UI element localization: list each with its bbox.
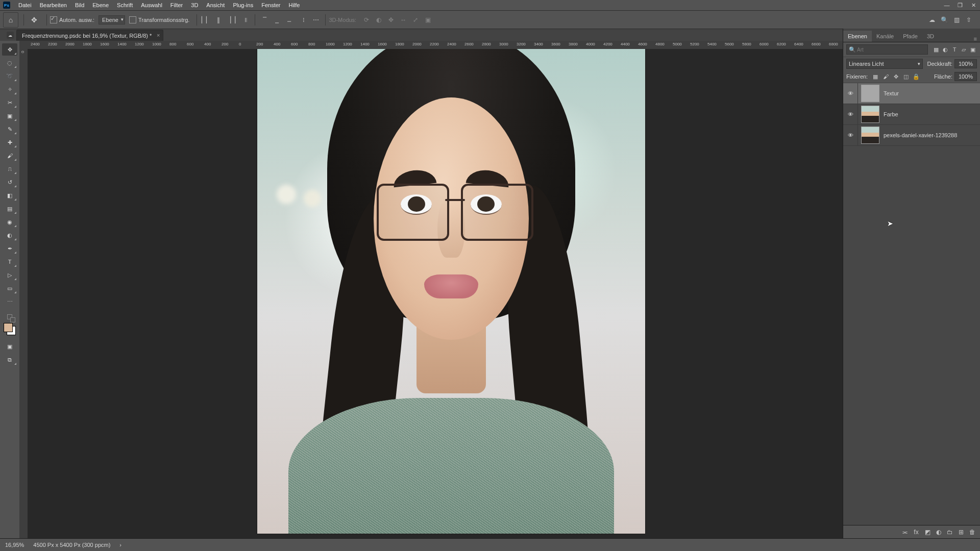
group-layers-icon[interactable]: 🗀 (945, 528, 954, 537)
layer-row[interactable]: 👁Farbe (843, 104, 980, 125)
window-close-button[interactable]: ✕ (967, 0, 980, 10)
transform-controls-checkbox[interactable] (129, 16, 136, 23)
lock-position-icon[interactable]: ✥ (891, 72, 900, 81)
magic-wand-tool[interactable]: ✧ (2, 83, 17, 95)
menu-hilfe[interactable]: Hilfe (284, 0, 304, 10)
edit-toolbar-tool[interactable]: ⋯ (2, 295, 17, 308)
menu-ansicht[interactable]: Ansicht (202, 0, 229, 10)
tab-close-icon[interactable]: × (157, 32, 160, 38)
more-align-icon[interactable]: ⋯ (311, 15, 321, 24)
tab-pfade[interactable]: Pfade (898, 31, 922, 42)
layer-name[interactable]: Textur (884, 90, 899, 96)
eyedropper-tool[interactable]: ✎ (2, 123, 17, 135)
layer-row[interactable]: 👁pexels-daniel-xavier-1239288 (843, 125, 980, 146)
crop-tool[interactable]: ✂ (2, 96, 17, 109)
path-select-tool[interactable]: ▷ (2, 269, 17, 281)
layer-thumbnail[interactable] (861, 127, 879, 144)
align-hcenter-icon[interactable]: ‖ (214, 15, 223, 24)
layer-visibility-icon[interactable]: 👁 (843, 104, 858, 124)
history-brush-tool[interactable]: ↺ (2, 176, 17, 188)
frame-tool[interactable]: ▣ (2, 110, 17, 122)
canvas-viewport[interactable] (28, 49, 843, 539)
menu-datei[interactable]: Datei (14, 0, 36, 10)
lock-all-icon[interactable]: 🔒 (912, 72, 921, 81)
layer-row[interactable]: 👁Textur (843, 83, 980, 104)
eraser-tool[interactable]: ◧ (2, 189, 17, 202)
layer-thumbnail[interactable] (861, 85, 879, 102)
tab-kanaele[interactable]: Kanäle (872, 31, 898, 42)
menu-fenster[interactable]: Fenster (257, 0, 284, 10)
menu-filter[interactable]: Filter (166, 0, 187, 10)
layer-thumbnail[interactable] (861, 106, 879, 123)
menu-bearbeiten[interactable]: Bearbeiten (36, 0, 71, 10)
lock-pixels-icon[interactable]: 🖌 (881, 72, 890, 81)
tab-ebenen[interactable]: Ebenen (843, 31, 872, 42)
align-bottom-icon[interactable]: ⎽ (284, 15, 293, 24)
filter-type-icon[interactable]: T (950, 45, 959, 54)
type-tool[interactable]: T (2, 256, 17, 268)
foreground-color-swatch[interactable] (4, 323, 13, 332)
adjustment-layer-icon[interactable]: ◐ (934, 528, 943, 537)
shape-tool[interactable]: ▭ (2, 282, 17, 294)
opacity-input[interactable]: 100% (954, 59, 977, 68)
move-tool-presets-icon[interactable]: ✥ (27, 13, 41, 27)
menu-auswahl[interactable]: Auswahl (137, 0, 166, 10)
default-colors-icon[interactable] (7, 314, 13, 320)
auto-select-checkbox[interactable] (50, 16, 57, 23)
screen-mode-tool[interactable]: ⧉ (2, 354, 17, 366)
menu-ebene[interactable]: Ebene (88, 0, 113, 10)
move-tool[interactable]: ✥ (2, 43, 17, 56)
zoom-level[interactable]: 16,95% (5, 542, 24, 548)
clone-stamp-tool[interactable]: ⎍ (2, 163, 17, 175)
filter-pixel-icon[interactable]: ▦ (932, 45, 940, 54)
lasso-tool[interactable]: ➰ (2, 70, 17, 82)
distribute-v-icon[interactable]: ⫶ (299, 15, 308, 24)
align-left-icon[interactable]: ▏▏ (202, 15, 211, 24)
layer-visibility-icon[interactable]: 👁 (843, 125, 858, 145)
window-restore-button[interactable]: ❐ (953, 0, 967, 10)
filter-adjust-icon[interactable]: ◐ (941, 45, 949, 54)
lock-artboard-icon[interactable]: ◫ (901, 72, 911, 81)
link-layers-icon[interactable]: ⫘ (900, 528, 910, 537)
layer-name[interactable]: Farbe (884, 111, 898, 117)
document-dimensions[interactable]: 4500 Px x 5400 Px (300 ppcm) (33, 542, 110, 548)
align-right-icon[interactable]: ▕▕ (226, 15, 235, 24)
lock-transparency-icon[interactable]: ▦ (871, 72, 880, 81)
layer-style-icon[interactable]: fx (912, 528, 921, 537)
document-tab[interactable]: ☁ Frequenztrennung.psdc bei 16,9% (Textu… (16, 30, 163, 41)
share-icon[interactable]: ⇧ (964, 15, 973, 24)
ruler-origin[interactable] (19, 41, 28, 49)
layer-filter-dropdown[interactable]: 🔍 (846, 44, 928, 55)
document-canvas[interactable] (257, 49, 645, 534)
filter-shape-icon[interactable]: ▱ (960, 45, 968, 54)
vertical-ruler[interactable]: 0 (19, 49, 28, 539)
menu-3d[interactable]: 3D (187, 0, 202, 10)
blend-mode-dropdown[interactable]: Lineares Licht (846, 59, 923, 69)
layer-filter-input[interactable] (856, 46, 925, 53)
distribute-h-icon[interactable]: ⫴ (241, 15, 250, 24)
layer-visibility-icon[interactable]: 👁 (843, 83, 858, 104)
quick-mask-tool[interactable]: ▣ (2, 340, 17, 353)
menu-schrift[interactable]: Schrift (113, 0, 137, 10)
cloud-docs-icon[interactable]: ☁ (927, 15, 937, 24)
gradient-tool[interactable]: ▤ (2, 203, 17, 215)
window-minimize-button[interactable]: — (940, 0, 953, 10)
fill-input[interactable]: 100% (954, 72, 977, 81)
pen-tool[interactable]: ✒ (2, 242, 17, 255)
layer-mask-icon[interactable]: ◩ (923, 528, 932, 537)
new-layer-icon[interactable]: ⊞ (957, 528, 966, 537)
brush-tool[interactable]: 🖌 (2, 149, 17, 162)
menu-bild[interactable]: Bild (71, 0, 88, 10)
healing-brush-tool[interactable]: ✚ (2, 136, 17, 148)
align-top-icon[interactable]: ⎺ (260, 15, 269, 24)
tab-3d[interactable]: 3D (922, 31, 939, 42)
search-icon[interactable]: 🔍 (940, 15, 949, 24)
layer-name[interactable]: pexels-daniel-xavier-1239288 (884, 132, 957, 138)
auto-select-target-dropdown[interactable]: Ebene (99, 15, 125, 24)
menu-plugins[interactable]: Plug-ins (229, 0, 257, 10)
marquee-tool[interactable]: ◌ (2, 57, 17, 69)
panel-menu-icon[interactable]: ≡ (974, 36, 977, 42)
dodge-tool[interactable]: ◐ (2, 229, 17, 241)
status-more-icon[interactable]: › (119, 542, 121, 548)
home-icon[interactable]: ⌂ (3, 12, 18, 28)
